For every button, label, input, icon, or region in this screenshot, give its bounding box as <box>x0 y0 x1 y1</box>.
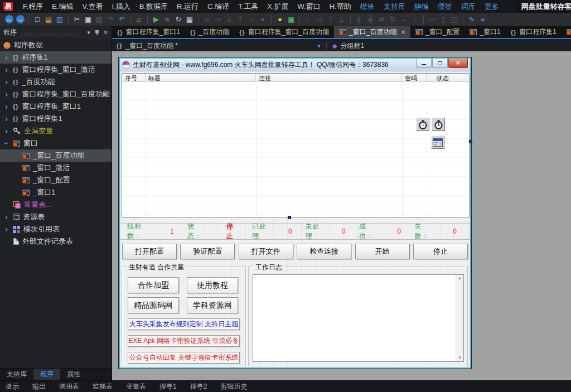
fit-size-icon[interactable]: ◱ <box>449 14 460 25</box>
chevron-right-icon[interactable] <box>3 78 9 86</box>
same-height-icon[interactable]: ↕ <box>409 14 420 25</box>
statusbar-item-output[interactable]: 输出 <box>32 382 46 391</box>
tree-item-constants[interactable]: 常量表... <box>0 199 112 211</box>
column-header-link[interactable]: 连接 <box>256 74 402 81</box>
breakpoint-icon[interactable]: ● <box>257 14 268 25</box>
panel-close-icon[interactable]: ✕ <box>103 29 108 36</box>
selection-handle-right[interactable] <box>469 140 472 143</box>
tree-item-assembly1[interactable]: 程序集1 <box>0 51 112 64</box>
tree-item-form-config[interactable]: _窗口_配置 <box>0 174 112 186</box>
open-file-icon[interactable]: ▤ <box>43 14 54 25</box>
fit-height-icon[interactable]: ▯ <box>438 14 449 25</box>
menu-view[interactable]: V.查看 <box>82 2 103 12</box>
editor-tab[interactable]: _窗口_激活 <box>562 26 571 38</box>
menu-database[interactable]: B.数据库 <box>139 2 168 12</box>
chevron-right-icon[interactable] <box>3 54 9 61</box>
run-to-cursor-icon[interactable]: → <box>246 14 257 25</box>
verify-config-button[interactable]: 验证配置 <box>180 244 235 259</box>
redo-icon[interactable]: ↷ <box>105 14 116 25</box>
menu-program[interactable]: F.程序 <box>23 2 43 12</box>
column-header-status[interactable]: 状态 <box>427 74 469 81</box>
tree-item[interactable]: 窗口程序集_窗口_百度功能 <box>0 88 112 100</box>
pin-icon[interactable] <box>95 30 99 36</box>
cut-icon[interactable]: ✂ <box>71 14 83 25</box>
resource-site-button[interactable]: 学科资源网 <box>187 297 238 313</box>
minimize-button[interactable] <box>416 59 432 68</box>
tree-item-windows[interactable]: 窗口 <box>0 137 112 149</box>
timer-component-1[interactable] <box>416 118 429 131</box>
chevron-right-icon[interactable] <box>3 66 9 74</box>
breadcrumb-current[interactable]: _窗口_百度功能 * ▼ <box>112 41 326 51</box>
selected-component[interactable]: 分组框1 <box>327 41 370 51</box>
selection-handle-bottom[interactable] <box>288 216 291 219</box>
column-header-password[interactable]: 密码 <box>402 74 427 81</box>
chevron-right-icon[interactable] <box>3 213 9 221</box>
source-site-button[interactable]: 精品源码网 <box>128 297 179 313</box>
editor-tab[interactable]: 窗口程序集1 <box>506 26 562 38</box>
align-top-icon[interactable]: ⊤ <box>325 14 336 25</box>
statusbar-item-tips[interactable]: 提示 <box>6 382 19 391</box>
chevron-right-icon[interactable] <box>3 225 9 233</box>
listview-body[interactable] <box>122 82 469 217</box>
editor-tab-active[interactable]: _窗口_百度功能× <box>334 26 410 38</box>
statusbar-item-call-table[interactable]: 调用表 <box>59 382 79 391</box>
same-size-icon[interactable]: ▭ <box>427 14 438 25</box>
stop-icon[interactable]: ■ <box>162 14 173 25</box>
new-source-icon[interactable]: □ <box>32 14 43 25</box>
forward-icon[interactable]: → <box>14 14 26 25</box>
align-right-icon[interactable]: ⊣ <box>314 14 325 25</box>
find-in-files-icon[interactable]: ⌂ <box>133 14 144 25</box>
window-component[interactable] <box>431 135 444 149</box>
editor-tab[interactable]: _窗口_配置 <box>410 26 464 38</box>
open-file-button[interactable]: 打开文件 <box>239 244 293 259</box>
statusbar-item-watch-table[interactable]: 监视表 <box>93 382 113 391</box>
editor-tab[interactable]: _百度功能 <box>185 26 234 38</box>
chevron-right-icon[interactable] <box>3 103 9 110</box>
designed-form[interactable]: 生财有道创业网 - www.fg696.com 火车头网盘批量转存工具！ QQ/… <box>119 57 471 369</box>
tab-program[interactable]: 程序 <box>33 369 60 380</box>
menu-extend[interactable]: X.扩展 <box>267 2 288 12</box>
editor-tab[interactable]: _窗口1 <box>464 26 505 38</box>
chevron-down-icon[interactable] <box>3 141 11 147</box>
compile-icon[interactable]: ▦ <box>184 14 195 25</box>
worklog-editbox[interactable]: ▲ ▼ <box>253 274 464 362</box>
step-into-icon[interactable]: ⇣ <box>224 14 235 25</box>
run-icon[interactable]: ▶ <box>151 14 162 25</box>
tree-item-form1[interactable]: _窗口1 <box>0 186 112 199</box>
same-width-icon[interactable]: ↔ <box>398 14 409 25</box>
statusbar-item-search1[interactable]: 搜寻1 <box>159 382 177 391</box>
save-icon[interactable]: ▥ <box>54 14 65 25</box>
form-designer-canvas[interactable]: 生财有道创业网 - www.fg696.com 火车头网盘批量转存工具！ QQ/… <box>112 51 571 380</box>
editor-tab[interactable]: 窗口程序集_窗口1 <box>112 26 185 38</box>
tree-item-form-activate[interactable]: _窗口_激活 <box>0 162 112 174</box>
center-horizontal-icon[interactable]: ╫ <box>354 14 365 25</box>
panel-dropdown-icon[interactable]: ▾ <box>87 29 90 36</box>
menu-notes[interactable]: 便签 <box>438 2 452 12</box>
tip-bulb-icon[interactable]: ● <box>274 14 286 25</box>
preview-form-icon[interactable]: ▣ <box>286 14 297 25</box>
timer-component-2[interactable] <box>432 118 445 131</box>
scroll-down-icon[interactable]: ▼ <box>458 356 462 360</box>
tree-item-program-data[interactable]: 程序数据 <box>0 39 112 51</box>
column-header-title[interactable]: 标题 <box>146 74 256 81</box>
chevron-right-icon[interactable] <box>3 90 9 98</box>
menu-help[interactable]: H.帮助 <box>330 2 351 12</box>
menu-more[interactable]: 更多 <box>485 2 499 12</box>
tab-properties[interactable]: 属性 <box>60 369 87 380</box>
stop-button[interactable]: 停止 <box>413 244 468 259</box>
space-equal-vertical-icon[interactable]: ⇅ <box>387 14 398 25</box>
rule-custom-link-button[interactable]: 火车头采集发布规则定制 支持日主题 <box>128 318 240 330</box>
tree-item-external-files[interactable]: 外部文件记录表 <box>0 235 112 248</box>
maximize-button[interactable] <box>432 59 448 68</box>
start-button[interactable]: 开始 <box>355 244 410 259</box>
tree-item[interactable]: 窗口程序集_窗口1 <box>0 100 112 113</box>
task-listview[interactable]: 序号 标题 连接 密码 状态 <box>122 73 470 217</box>
statusbar-item-search2[interactable]: 搜寻2 <box>190 382 207 391</box>
scroll-up-icon[interactable]: ▲ <box>458 276 462 280</box>
designed-form-body[interactable]: 序号 标题 连接 密码 状态 <box>120 71 470 367</box>
tree-item[interactable]: 窗口程序集1 <box>0 113 112 125</box>
chevron-right-icon[interactable] <box>3 127 9 135</box>
tab-support-lib[interactable]: 支持库 <box>0 369 33 380</box>
menu-window[interactable]: W.窗口 <box>297 2 320 12</box>
tree-item-global-variables[interactable]: 全局变量 <box>0 125 112 137</box>
